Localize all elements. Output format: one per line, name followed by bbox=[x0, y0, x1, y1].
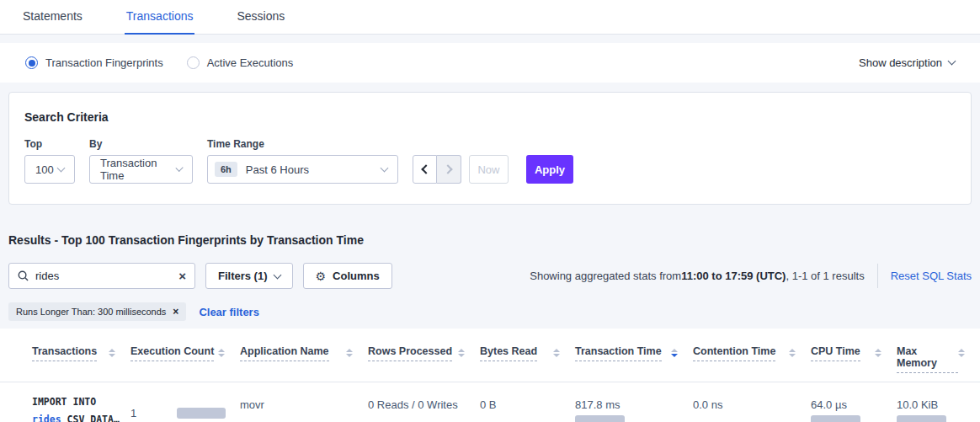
remove-filter-icon[interactable]: × bbox=[173, 306, 178, 318]
table-header-row: Transactions Execution Count Application… bbox=[0, 329, 980, 382]
cell-cpu-time: 64.0 µs bbox=[811, 393, 897, 422]
stats-suffix: , 1-1 of 1 results bbox=[786, 270, 864, 282]
cell-transaction-time: 817.8 ms bbox=[575, 393, 693, 422]
apply-button[interactable]: Apply bbox=[526, 155, 573, 184]
time-range-label: Time Range bbox=[207, 138, 398, 150]
time-stepper bbox=[413, 155, 461, 184]
stats-prefix: Showing aggregated stats from bbox=[530, 270, 681, 282]
search-criteria-card: Search Criteria Top 100 By Transaction T… bbox=[8, 92, 972, 205]
search-box[interactable]: × bbox=[8, 263, 195, 289]
sort-icon[interactable] bbox=[875, 349, 881, 357]
page-tabs: Statements Transactions Sessions bbox=[0, 0, 980, 35]
reset-sql-stats-link[interactable]: Reset SQL Stats bbox=[891, 270, 972, 282]
radio-label: Active Executions bbox=[207, 56, 294, 69]
top-select[interactable]: 100 bbox=[24, 155, 75, 184]
table-row: IMPORT INTO rides CSV DATA… 1 movr 0 Rea… bbox=[0, 382, 980, 422]
column-header-cpu-time[interactable]: CPU Time bbox=[811, 345, 897, 373]
sort-icon[interactable] bbox=[789, 349, 796, 357]
sort-icon[interactable] bbox=[109, 349, 115, 357]
show-description-toggle[interactable]: Show description bbox=[859, 56, 955, 69]
filter-pill-label: Runs Longer Than: 300 milliseconds bbox=[16, 307, 166, 317]
cell-application-name: movr bbox=[240, 393, 368, 422]
chevron-down-icon bbox=[948, 57, 956, 66]
columns-button[interactable]: ⚙ Columns bbox=[303, 263, 392, 289]
next-time-button[interactable] bbox=[437, 155, 461, 184]
chevron-down-icon bbox=[381, 163, 389, 172]
radio-selected-icon[interactable] bbox=[25, 56, 38, 69]
column-header-transaction-time[interactable]: Transaction Time bbox=[575, 345, 693, 373]
stats-range: 11:00 to 17:59 (UTC) bbox=[681, 270, 786, 282]
cell-execution-count: 1 bbox=[130, 393, 240, 422]
sort-icon[interactable] bbox=[458, 349, 465, 357]
divider bbox=[877, 264, 878, 288]
column-header-application-name[interactable]: Application Name bbox=[240, 345, 368, 373]
cpu-time-value: 64.0 µs bbox=[811, 398, 897, 411]
gear-icon: ⚙ bbox=[316, 270, 327, 283]
show-description-label: Show description bbox=[859, 56, 942, 69]
transaction-text-line2: CSV DATA… bbox=[61, 414, 120, 422]
chevron-down-icon bbox=[273, 271, 281, 280]
columns-button-label: Columns bbox=[333, 270, 380, 282]
previous-time-button[interactable] bbox=[413, 155, 437, 184]
execution-count-value: 1 bbox=[130, 407, 177, 419]
time-range-badge: 6h bbox=[215, 162, 237, 177]
sort-icon[interactable] bbox=[346, 349, 353, 357]
column-header-bytes-read[interactable]: Bytes Read bbox=[480, 345, 575, 373]
chevron-right-icon bbox=[443, 164, 452, 174]
sort-icon-active[interactable] bbox=[671, 349, 678, 357]
results-table: Transactions Execution Count Application… bbox=[0, 329, 980, 422]
radio-active-executions[interactable]: Active Executions bbox=[187, 56, 294, 69]
filters-button-label: Filters (1) bbox=[218, 270, 268, 282]
cpu-time-bar bbox=[811, 415, 860, 422]
transaction-time-value: 817.8 ms bbox=[575, 398, 693, 411]
transaction-time-bar bbox=[575, 415, 625, 422]
clear-search-icon[interactable]: × bbox=[178, 270, 186, 282]
radio-transaction-fingerprints[interactable]: Transaction Fingerprints bbox=[25, 56, 163, 69]
results-toolbar: × Filters (1) ⚙ Columns Showing aggregat… bbox=[8, 263, 972, 289]
max-memory-bar bbox=[897, 415, 946, 422]
cell-transaction-fingerprint[interactable]: IMPORT INTO rides CSV DATA… bbox=[32, 393, 130, 422]
column-header-transactions[interactable]: Transactions bbox=[32, 345, 130, 373]
now-button[interactable]: Now bbox=[469, 155, 509, 184]
sort-icon[interactable] bbox=[218, 349, 225, 357]
by-select[interactable]: Transaction Time bbox=[89, 155, 193, 184]
cell-max-memory: 10.0 KiB bbox=[897, 393, 980, 422]
top-select-value: 100 bbox=[35, 163, 54, 176]
tab-statements[interactable]: Statements bbox=[21, 0, 84, 35]
view-toggle-bar: Transaction Fingerprints Active Executio… bbox=[0, 43, 980, 83]
chevron-left-icon bbox=[421, 164, 430, 174]
execution-count-bar bbox=[177, 408, 226, 419]
search-criteria-title: Search Criteria bbox=[24, 110, 956, 124]
clear-filters-link[interactable]: Clear filters bbox=[199, 306, 259, 318]
search-icon bbox=[18, 270, 29, 281]
top-label: Top bbox=[24, 138, 75, 150]
sort-icon[interactable] bbox=[958, 349, 965, 357]
transaction-text-line1: IMPORT INTO bbox=[32, 396, 96, 408]
chevron-down-icon bbox=[57, 163, 66, 172]
time-range-select[interactable]: 6h Past 6 Hours bbox=[207, 155, 398, 184]
results-heading: Results - Top 100 Transaction Fingerprin… bbox=[8, 233, 972, 247]
radio-unselected-icon[interactable] bbox=[187, 56, 200, 69]
transaction-table-link[interactable]: rides bbox=[32, 414, 61, 422]
tab-sessions[interactable]: Sessions bbox=[235, 0, 286, 35]
cell-rows-processed: 0 Reads / 0 Writes bbox=[368, 393, 480, 422]
stats-summary: Showing aggregated stats from 11:00 to 1… bbox=[530, 264, 972, 288]
sort-icon[interactable] bbox=[553, 349, 560, 357]
by-select-value: Transaction Time bbox=[100, 157, 177, 182]
column-header-execution-count[interactable]: Execution Count bbox=[130, 345, 240, 373]
cell-bytes-read: 0 B bbox=[480, 393, 575, 422]
cell-contention-time: 0.0 ns bbox=[693, 393, 811, 422]
column-header-contention-time[interactable]: Contention Time bbox=[693, 345, 811, 373]
filters-button[interactable]: Filters (1) bbox=[205, 263, 293, 289]
radio-label: Transaction Fingerprints bbox=[45, 56, 163, 69]
column-header-rows-processed[interactable]: Rows Processed bbox=[368, 345, 480, 373]
search-input[interactable] bbox=[35, 270, 178, 282]
by-label: By bbox=[89, 138, 193, 150]
tab-transactions[interactable]: Transactions bbox=[125, 0, 195, 35]
time-range-value: Past 6 Hours bbox=[246, 163, 309, 176]
active-filters-row: Runs Longer Than: 300 milliseconds × Cle… bbox=[8, 302, 972, 321]
filter-pill: Runs Longer Than: 300 milliseconds × bbox=[8, 302, 186, 321]
max-memory-value: 10.0 KiB bbox=[897, 398, 980, 411]
column-header-max-memory[interactable]: Max Memory bbox=[897, 345, 980, 373]
